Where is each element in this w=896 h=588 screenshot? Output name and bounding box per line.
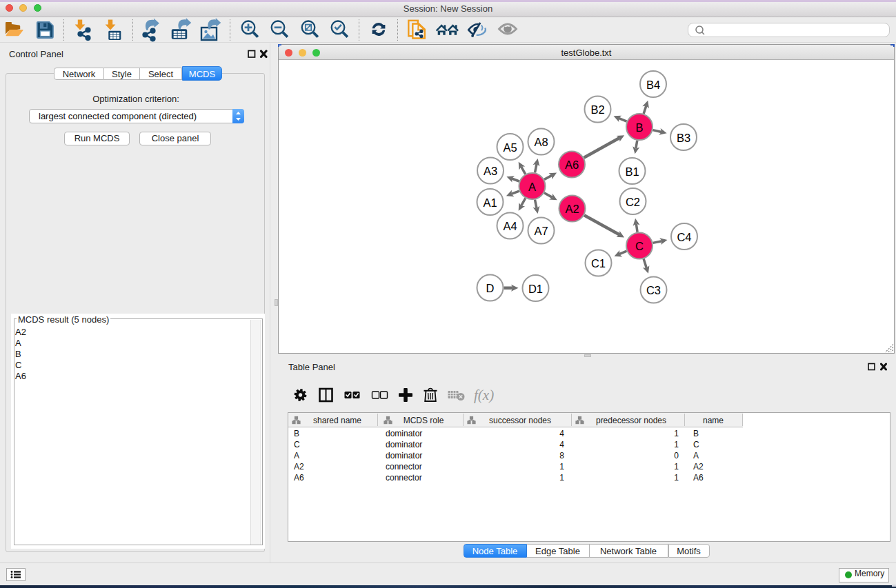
svg-text:C: C	[635, 240, 644, 252]
svg-text:C1: C1	[591, 257, 606, 270]
svg-text:4: 4	[559, 440, 564, 449]
svg-text:name: name	[703, 416, 724, 425]
svg-text:A6: A6	[693, 473, 704, 483]
svg-text:D1: D1	[528, 283, 543, 295]
svg-text:0: 0	[674, 451, 679, 460]
svg-text:A2: A2	[693, 462, 704, 472]
svg-text:A6: A6	[565, 159, 579, 171]
svg-text:connector: connector	[386, 473, 422, 483]
svg-text:A7: A7	[534, 225, 548, 237]
svg-text:C2: C2	[626, 196, 640, 208]
svg-text:1: 1	[674, 462, 679, 472]
svg-text:connector: connector	[386, 462, 422, 472]
svg-text:B2: B2	[590, 103, 604, 116]
svg-text:1: 1	[674, 440, 679, 449]
svg-text:A4: A4	[503, 220, 517, 232]
svg-text:A: A	[528, 181, 536, 193]
svg-text:C4: C4	[677, 231, 691, 243]
svg-text:1: 1	[559, 462, 564, 472]
svg-text:A3: A3	[484, 165, 497, 177]
svg-text:B: B	[693, 429, 699, 438]
svg-text:A2: A2	[294, 462, 304, 472]
svg-text:MCDS role: MCDS role	[404, 416, 444, 425]
svg-text:A1: A1	[483, 196, 497, 209]
svg-text:A5: A5	[503, 141, 517, 154]
svg-text:f(x): f(x)	[474, 387, 494, 403]
svg-text:1: 1	[674, 473, 679, 483]
svg-text:A: A	[693, 451, 699, 460]
svg-text:dominator: dominator	[386, 451, 422, 460]
svg-text:C: C	[294, 440, 300, 449]
svg-text:dominator: dominator	[386, 440, 422, 449]
svg-text:B3: B3	[677, 132, 690, 144]
svg-text:predecessor nodes: predecessor nodes	[596, 416, 666, 425]
svg-text:D: D	[486, 282, 495, 294]
svg-text:A2: A2	[565, 203, 579, 215]
svg-text:8: 8	[559, 451, 564, 460]
svg-text:B4: B4	[646, 79, 660, 91]
svg-text:1: 1	[674, 429, 679, 438]
svg-text:shared name: shared name	[313, 416, 361, 425]
svg-text:successor nodes: successor nodes	[489, 416, 551, 425]
svg-text:C3: C3	[646, 284, 661, 296]
svg-text:4: 4	[559, 429, 564, 438]
svg-text:B1: B1	[625, 165, 639, 178]
svg-text:C: C	[693, 440, 699, 449]
svg-text:A8: A8	[534, 136, 548, 148]
svg-text:B: B	[294, 429, 299, 438]
svg-text:A6: A6	[294, 473, 304, 483]
svg-text:A: A	[294, 451, 299, 460]
svg-text:dominator: dominator	[386, 429, 422, 438]
svg-text:B: B	[635, 121, 643, 134]
svg-text:1: 1	[559, 473, 564, 483]
